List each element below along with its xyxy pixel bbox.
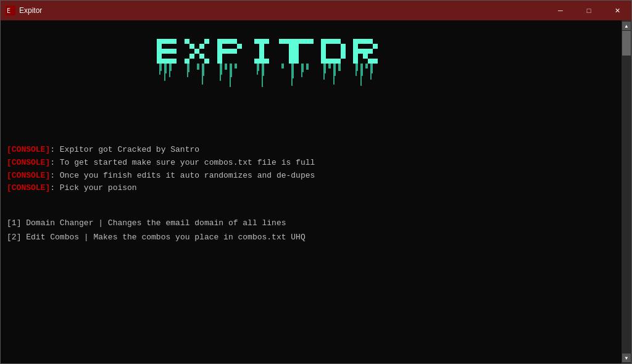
svg-rect-127 (370, 64, 373, 73)
svg-rect-72 (299, 39, 304, 44)
svg-rect-57 (264, 39, 269, 44)
window-controls: ─ □ ✕ (546, 1, 631, 20)
close-button[interactable]: ✕ (603, 1, 631, 20)
svg-rect-19 (159, 68, 162, 71)
svg-rect-113 (353, 44, 358, 49)
svg-rect-103 (323, 64, 326, 73)
svg-rect-60 (259, 54, 264, 59)
svg-rect-69 (284, 39, 289, 44)
svg-rect-123 (373, 59, 378, 64)
menu-bracket-2: [ (7, 233, 12, 242)
svg-rect-104 (328, 64, 331, 68)
svg-rect-46 (232, 49, 237, 54)
console-text-1: : Expitor got Cracked by Santro (50, 145, 199, 154)
svg-rect-61 (254, 59, 259, 64)
svg-rect-64 (257, 64, 259, 71)
svg-rect-43 (217, 49, 222, 54)
svg-rect-74 (309, 39, 314, 44)
svg-rect-12 (157, 59, 162, 64)
console-line-1: [CONSOLE]: Expitor got Cracked by Santro (7, 144, 615, 157)
console-tag-4: [CONSOLE] (7, 183, 50, 192)
svg-rect-105 (333, 64, 336, 76)
svg-rect-116 (358, 49, 363, 54)
window-body: .px { fill: #5effd8; } .px-dark { fill: … (1, 20, 631, 363)
svg-rect-95 (321, 49, 326, 54)
svg-rect-80 (294, 54, 299, 59)
menu-label-1: Domain Changer | Changes the email domai… (21, 218, 286, 228)
svg-rect-32 (187, 64, 189, 72)
svg-rect-78 (294, 49, 299, 54)
svg-rect-17 (164, 64, 167, 73)
svg-rect-22 (164, 73, 165, 81)
svg-rect-63 (264, 59, 269, 64)
svg-rect-62 (259, 59, 264, 64)
svg-rect-3 (162, 39, 167, 44)
content-area: .px { fill: #5effd8; } .px-dark { fill: … (1, 20, 622, 363)
svg-rect-24 (204, 39, 209, 44)
console-text-2: : To get started make sure your combos.t… (50, 158, 315, 167)
svg-rect-130 (370, 73, 372, 80)
svg-rect-21 (169, 71, 170, 77)
svg-rect-124 (356, 64, 358, 71)
svg-rect-70 (289, 39, 294, 44)
svg-rect-48 (217, 59, 222, 64)
svg-rect-108 (333, 76, 335, 85)
svg-rect-65 (262, 64, 264, 76)
svg-rect-45 (227, 49, 232, 54)
menu-item-1[interactable]: [1] Domain Changer | Changes the email d… (7, 217, 615, 230)
svg-rect-87 (291, 78, 293, 86)
svg-rect-8 (162, 49, 167, 54)
svg-rect-117 (363, 49, 368, 54)
scrollbar-thumb[interactable] (622, 31, 631, 56)
svg-rect-68 (279, 39, 284, 44)
svg-rect-125 (360, 64, 363, 76)
svg-rect-11 (157, 54, 162, 59)
title-bar: E Expitor ─ □ ✕ (1, 1, 631, 20)
svg-rect-14 (167, 59, 172, 64)
svg-rect-31 (204, 59, 209, 64)
svg-rect-54 (230, 77, 231, 87)
menu-item-2[interactable]: [2] Edit Combos | Makes the combos you p… (7, 231, 615, 244)
scrollbar-track[interactable] (622, 31, 631, 353)
svg-rect-84 (291, 64, 294, 78)
svg-rect-85 (301, 64, 304, 72)
svg-rect-73 (304, 39, 309, 44)
svg-rect-79 (289, 54, 294, 59)
svg-rect-90 (326, 39, 331, 44)
console-tag-3: [CONSOLE] (7, 171, 50, 180)
svg-rect-38 (222, 39, 227, 44)
svg-rect-44 (222, 49, 227, 54)
console-tag-2: [CONSOLE] (7, 158, 50, 167)
svg-rect-100 (326, 59, 331, 64)
svg-rect-25 (189, 44, 194, 49)
menu-options: [1] Domain Changer | Changes the email d… (4, 217, 618, 244)
scrollbar[interactable]: ▲ ▼ (622, 20, 631, 363)
svg-rect-109 (353, 39, 358, 44)
scroll-up-arrow[interactable]: ▲ (622, 22, 631, 30)
svg-rect-34 (197, 64, 199, 70)
svg-rect-81 (289, 59, 294, 64)
svg-rect-98 (341, 54, 346, 59)
maximize-button[interactable]: □ (575, 1, 603, 20)
svg-rect-101 (331, 59, 336, 64)
svg-rect-29 (199, 54, 204, 59)
console-line-4: [CONSOLE]: Pick your poison (7, 182, 615, 195)
svg-rect-37 (217, 39, 222, 44)
svg-rect-27 (194, 49, 199, 54)
svg-rect-88 (301, 72, 302, 77)
svg-rect-18 (169, 64, 172, 71)
app-icon: E (6, 6, 15, 15)
spacer (4, 207, 618, 217)
svg-rect-89 (321, 39, 326, 44)
svg-rect-16 (159, 64, 162, 68)
svg-rect-52 (235, 64, 237, 68)
svg-rect-112 (368, 39, 373, 44)
svg-rect-110 (358, 39, 363, 44)
scroll-down-arrow[interactable]: ▼ (622, 354, 631, 362)
svg-rect-120 (363, 54, 368, 59)
menu-number-2: 2 (12, 233, 17, 242)
svg-rect-96 (341, 49, 346, 54)
minimize-button[interactable]: ─ (546, 1, 575, 20)
svg-rect-40 (232, 39, 237, 44)
svg-rect-23 (185, 39, 189, 44)
